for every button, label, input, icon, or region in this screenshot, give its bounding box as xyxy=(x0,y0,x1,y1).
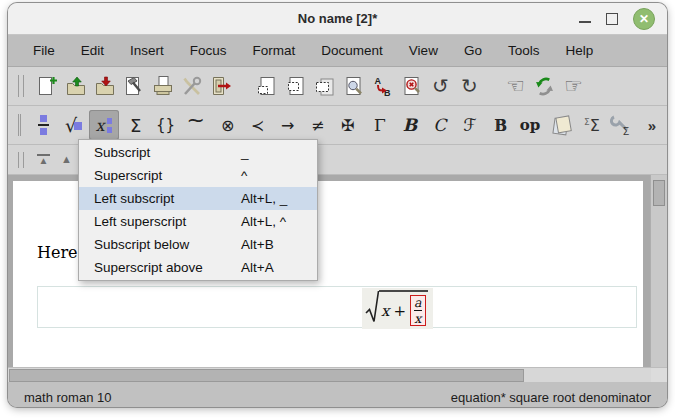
open-document-button[interactable] xyxy=(61,71,90,101)
horizontal-scrollbar-thumb[interactable] xyxy=(9,369,524,382)
new-document-icon xyxy=(35,74,59,98)
horizontal-scrollbar[interactable] xyxy=(8,367,667,382)
minimize-button[interactable] xyxy=(579,15,591,23)
menu-document[interactable]: Document xyxy=(308,43,396,58)
menu-item-subscript-below[interactable]: Subscript belowAlt+B xyxy=(79,233,317,256)
calligraphic-style-button[interactable]: C xyxy=(425,110,455,140)
svg-text:B: B xyxy=(384,88,391,98)
menu-tools[interactable]: Tools xyxy=(495,43,553,58)
previous-similar-icon: ▲ xyxy=(61,154,72,165)
maltese-cross-button[interactable]: ✠ xyxy=(333,110,363,140)
forward-button[interactable]: ☞ xyxy=(559,71,588,101)
overflow-button[interactable]: » xyxy=(637,110,667,140)
vertical-scrollbar[interactable] xyxy=(650,175,667,367)
menu-item-left-superscript[interactable]: Left superscriptAlt+L, ^ xyxy=(79,210,317,233)
cut-icon xyxy=(255,74,279,98)
precedes-button[interactable]: ≺ xyxy=(243,110,273,140)
preferences-tools-button[interactable] xyxy=(177,71,206,101)
overflow-icon: » xyxy=(648,117,656,134)
not-equal-button[interactable]: ≠ xyxy=(303,110,333,140)
maltese-cross-icon: ✠ xyxy=(341,116,354,135)
fraction-numerator: a xyxy=(414,296,421,309)
back-button[interactable]: ☜ xyxy=(501,71,530,101)
braces-button[interactable]: {} xyxy=(151,110,181,140)
big-sum-button[interactable]: Σ xyxy=(121,110,151,140)
menu-item-superscript-above[interactable]: Superscript aboveAlt+A xyxy=(79,256,317,279)
save-document-button[interactable] xyxy=(90,71,119,101)
redo-button[interactable]: ↻ xyxy=(455,71,484,101)
math-tools-button[interactable]: Σ xyxy=(607,110,637,140)
scripts-button[interactable]: x xyxy=(89,110,119,140)
operator-icon: op xyxy=(520,116,541,134)
bold-style-icon: B xyxy=(403,115,417,135)
menu-format[interactable]: Format xyxy=(240,43,309,58)
menu-item-shortcut: Alt+L, ^ xyxy=(241,214,286,229)
undo-button[interactable]: ↺ xyxy=(426,71,455,101)
radicand: x + a x xyxy=(379,290,428,327)
bold-style-button[interactable]: B xyxy=(395,110,425,140)
operator-button[interactable]: op xyxy=(515,110,545,140)
symbol-palette-button[interactable] xyxy=(547,110,577,140)
square-root-button[interactable]: √ xyxy=(59,110,89,140)
find-icon xyxy=(342,74,366,98)
svg-text:Σ: Σ xyxy=(623,126,629,137)
status-mode: math roman 10 xyxy=(24,390,111,405)
spell-check-button[interactable] xyxy=(397,71,426,101)
toolbar-grip[interactable] xyxy=(18,114,21,136)
menu-item-left-subscript[interactable]: Left subscriptAlt+L, _ xyxy=(79,187,317,210)
menu-insert[interactable]: Insert xyxy=(117,43,177,58)
print-document-button[interactable] xyxy=(148,71,177,101)
copy-button[interactable] xyxy=(281,71,310,101)
maximize-button[interactable] xyxy=(606,13,618,25)
vertical-scrollbar-thumb[interactable] xyxy=(653,180,665,206)
sqrt-radical: x + a x xyxy=(365,290,428,327)
toolbar-grip[interactable] xyxy=(18,152,24,168)
circled-times-button[interactable]: ⊗ xyxy=(213,110,243,140)
fraction-button[interactable] xyxy=(29,110,59,140)
not-equal-icon: ≠ xyxy=(311,116,324,135)
replace-button[interactable]: AB xyxy=(368,71,397,101)
right-arrow-button[interactable]: → xyxy=(273,110,303,140)
print-document-icon xyxy=(151,74,175,98)
fraktur-style-button[interactable]: ℱ xyxy=(455,110,485,140)
menu-item-label: Subscript xyxy=(94,145,150,160)
menu-help[interactable]: Help xyxy=(552,43,606,58)
fraction-denominator: x xyxy=(414,312,421,325)
menu-item-subscript[interactable]: Subscript_ xyxy=(79,141,317,164)
menu-item-label: Superscript above xyxy=(94,260,203,275)
menu-edit[interactable]: Edit xyxy=(68,43,117,58)
blackboard-style-button[interactable]: B xyxy=(485,110,515,140)
exit-upward-button[interactable]: ▲ xyxy=(32,148,55,171)
titlebar[interactable]: No name [2]* ✕ xyxy=(8,3,667,35)
math-tools-icon: Σ xyxy=(610,113,634,137)
toolbar-grip[interactable] xyxy=(18,75,24,97)
menu-file[interactable]: File xyxy=(20,43,68,58)
close-button[interactable]: ✕ xyxy=(633,8,655,30)
cut-button[interactable] xyxy=(252,71,281,101)
replace-icon: AB xyxy=(371,74,395,98)
menu-item-superscript[interactable]: Superscript^ xyxy=(79,164,317,187)
big-operator-palette-button[interactable]: ΣΣ xyxy=(577,110,607,140)
focus-cursor-box: a x xyxy=(410,295,425,326)
find-button[interactable] xyxy=(339,71,368,101)
new-document-button[interactable] xyxy=(32,71,61,101)
menu-view[interactable]: View xyxy=(396,43,451,58)
hammer-tool-icon xyxy=(122,74,146,98)
window-title: No name [2]* xyxy=(298,11,377,26)
menu-focus[interactable]: Focus xyxy=(177,43,240,58)
close-document-button[interactable] xyxy=(206,71,235,101)
greek-letters-icon: Γ xyxy=(374,115,386,135)
reload-button[interactable] xyxy=(530,71,559,101)
paste-button[interactable] xyxy=(310,71,339,101)
menu-item-shortcut: Alt+L, _ xyxy=(241,191,287,206)
application-window: No name [2]* ✕ FileEditInsertFocusFormat… xyxy=(8,3,667,407)
wide-accent-button[interactable]: ~ xyxy=(181,110,211,140)
menu-go[interactable]: Go xyxy=(451,43,495,58)
greek-letters-button[interactable]: Γ xyxy=(365,110,395,140)
equation-focus-box: x + a x xyxy=(362,288,433,329)
undo-icon: ↺ xyxy=(432,76,449,96)
previous-similar-button[interactable]: ▲ xyxy=(55,148,78,171)
radical-hook-icon xyxy=(365,290,379,324)
hammer-tool-button[interactable] xyxy=(119,71,148,101)
paste-icon xyxy=(313,74,337,98)
